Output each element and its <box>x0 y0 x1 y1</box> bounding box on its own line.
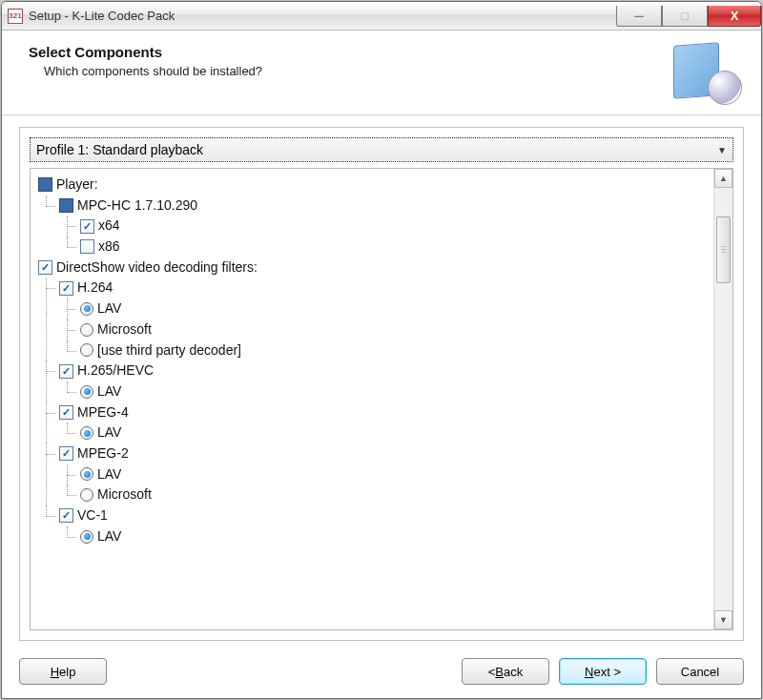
checkbox-mpeg4[interactable] <box>59 405 73 420</box>
tree-label-lav-4: LAV <box>97 464 121 485</box>
page-subtitle: Which components should be installed? <box>44 64 262 78</box>
help-button[interactable]: Help <box>19 658 107 685</box>
scroll-up-button[interactable]: ▲ <box>714 169 732 188</box>
profile-dropdown[interactable]: Profile 1: Standard playback ▼ <box>30 137 733 162</box>
tree-label-thirdparty: [use third party decoder] <box>97 340 241 361</box>
scroll-track[interactable] <box>714 188 732 610</box>
tree-label-mpc: MPC-HC 1.7.10.290 <box>77 196 197 216</box>
checkbox-h265[interactable] <box>59 364 73 379</box>
tree-label-lav: LAV <box>97 299 121 319</box>
tree-scrollbar[interactable]: ▲ ▼ <box>713 169 732 629</box>
content-pane: Profile 1: Standard playback ▼ Player: <box>19 127 744 641</box>
installer-icon <box>673 44 742 105</box>
scroll-thumb[interactable] <box>716 216 731 283</box>
checkbox-vc1[interactable] <box>59 508 73 523</box>
radio-mpeg2-lav[interactable] <box>80 467 93 481</box>
tree-label-microsoft: Microsoft <box>97 319 152 340</box>
tree-label-h264: H.264 <box>77 278 113 299</box>
radio-h264-microsoft[interactable] <box>80 323 93 337</box>
component-tree[interactable]: Player: MPC-HC 1.7.10.290 <box>31 169 713 629</box>
radio-h264-lav[interactable] <box>80 302 93 316</box>
checkbox-mpeg2[interactable] <box>59 446 73 461</box>
tree-label-microsoft-2: Microsoft <box>97 484 152 505</box>
radio-h264-thirdparty[interactable] <box>80 343 93 357</box>
radio-mpeg2-microsoft[interactable] <box>80 488 93 502</box>
tree-label-x64: x64 <box>98 216 120 237</box>
tree-label-lav-5: LAV <box>97 526 121 547</box>
tree-label-x86: x86 <box>98 237 120 257</box>
tree-label-player: Player: <box>56 175 98 196</box>
radio-h265-lav[interactable] <box>80 385 93 399</box>
wizard-header: Select Components Which components shoul… <box>2 31 761 115</box>
setup-window: 321 Setup - K-Lite Codec Pack ─ □ X Sele… <box>1 1 762 699</box>
tree-label-h265: H.265/HEVC <box>77 360 154 381</box>
titlebar[interactable]: 321 Setup - K-Lite Codec Pack ─ □ X <box>2 2 761 31</box>
close-button[interactable]: X <box>708 6 761 27</box>
next-button[interactable]: Next > <box>559 658 647 685</box>
checkbox-x86[interactable] <box>80 239 94 254</box>
tree-label-lav-3: LAV <box>97 422 121 443</box>
radio-vc1-lav[interactable] <box>80 530 93 544</box>
tree-label-mpeg4: MPEG-4 <box>77 402 129 423</box>
page-title: Select Components <box>29 44 262 60</box>
tree-label-lav-2: LAV <box>97 381 121 402</box>
wizard-footer: Help < Back Next > Cancel <box>2 649 761 698</box>
radio-mpeg4-lav[interactable] <box>80 426 93 440</box>
help-label-rest: elp <box>59 665 75 679</box>
window-title: Setup - K-Lite Codec Pack <box>29 9 175 23</box>
checkbox-mpc-hc[interactable] <box>59 198 73 213</box>
scroll-down-button[interactable]: ▼ <box>714 610 732 629</box>
tree-label-directshow: DirectShow video decoding filters: <box>56 257 258 278</box>
component-tree-panel: Player: MPC-HC 1.7.10.290 <box>30 168 733 630</box>
cancel-button[interactable]: Cancel <box>656 658 744 685</box>
checkbox-directshow[interactable] <box>38 260 52 275</box>
checkbox-player[interactable] <box>38 177 52 192</box>
minimize-button[interactable]: ─ <box>616 6 662 27</box>
profile-selected-label: Profile 1: Standard playback <box>36 142 203 157</box>
back-button[interactable]: < Back <box>462 658 549 685</box>
checkbox-x64[interactable] <box>80 219 94 234</box>
chevron-down-icon: ▼ <box>717 145 727 155</box>
maximize-button: □ <box>662 6 708 27</box>
app-icon: 321 <box>8 9 23 24</box>
tree-label-mpeg2: MPEG-2 <box>77 443 129 464</box>
checkbox-h264[interactable] <box>59 281 73 296</box>
tree-label-vc1: VC-1 <box>77 505 108 526</box>
